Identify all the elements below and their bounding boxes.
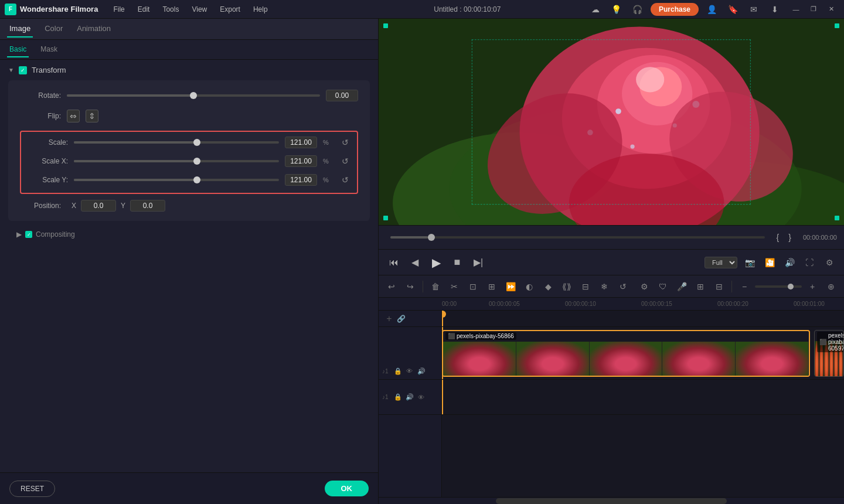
marker-button[interactable]: ◆ [540,278,556,295]
menu-export[interactable]: Export [214,3,246,16]
zoom-fit-button[interactable]: ⊕ [823,278,839,295]
mic-icon[interactable]: 🎤 [673,278,690,295]
scale-slider[interactable] [74,141,279,144]
transform-chevron[interactable]: ▼ [8,67,14,73]
stop-button[interactable]: ■ [449,254,465,271]
scrubber-thumb[interactable] [428,234,435,241]
freeze-button[interactable]: ❄ [596,278,612,295]
add-media-button[interactable]: + [383,313,395,325]
mail-icon[interactable]: ✉ [746,2,762,16]
scale-y-value[interactable]: 121.00 [285,174,317,186]
zoom-out-button[interactable]: − [736,278,753,295]
shield-icon[interactable]: 🛡 [655,278,671,295]
download-icon[interactable]: ⬇ [767,2,783,16]
color-match-button[interactable]: ◐ [521,278,537,295]
rewind-button[interactable]: ↺ [615,278,631,295]
speed-button[interactable]: ⏩ [502,278,519,295]
skip-back-button[interactable]: ⏮ [386,254,402,271]
corner-dot-tl[interactable] [383,23,388,28]
track-remove-button[interactable]: ⊟ [711,278,727,295]
zoom-slider[interactable] [755,285,802,288]
crop-button[interactable]: ⊡ [465,278,481,295]
bracket-close[interactable]: } [786,233,794,242]
snapshot-icon[interactable]: 🎦 [762,255,777,270]
ok-button[interactable]: OK [325,481,369,496]
cloud-icon[interactable]: ☁ [587,2,604,16]
reset-button[interactable]: RESET [9,481,55,497]
tab-image[interactable]: Image [7,21,33,38]
compositing-checkbox[interactable]: ✓ [25,231,32,238]
user-icon[interactable]: 👤 [703,2,720,16]
track-volume-icon[interactable]: 🔊 [417,366,426,376]
split-audio-button[interactable]: ⟪⟫ [559,278,575,295]
settings-icon[interactable]: ⚙ [822,255,837,270]
settings-icon[interactable]: ⚙ [636,278,652,295]
zoom-in-button[interactable]: + [804,278,821,295]
transform-checkbox[interactable]: ✓ [19,66,27,74]
menu-tools[interactable]: Tools [156,3,185,16]
menu-file[interactable]: File [107,3,130,16]
track-add-button[interactable]: ⊞ [692,278,709,295]
audio-eye-icon[interactable]: 👁 [417,393,426,402]
corner-dot-bl[interactable] [383,216,388,220]
flip-horizontal-button[interactable]: ⇔ [67,110,80,122]
tab-animation[interactable]: Animation [74,21,113,38]
volume-icon[interactable]: 🔊 [782,255,797,270]
time-mark-5: 00:00:01:00 [794,301,825,307]
sub-tab-mask[interactable]: Mask [38,42,60,57]
corner-dot-tr[interactable] [835,23,839,28]
flip-vertical-button[interactable]: ⇕ [86,110,98,122]
frame-back-button[interactable]: ◀ [407,254,423,271]
cut-button[interactable]: ✂ [446,278,462,295]
scrub-bar-row[interactable] [442,311,844,327]
delete-button[interactable]: 🗑 [427,278,444,295]
scale-x-slider[interactable] [74,160,279,162]
scale-x-reset-button[interactable]: ↺ [339,155,351,167]
maximize-button[interactable]: ❐ [805,2,822,16]
track-lock-icon[interactable]: 🔒 [393,366,403,376]
screenshot-icon[interactable]: 📷 [742,255,757,270]
audio-volume-icon[interactable]: 🔊 [405,393,414,402]
zoom-thumb[interactable] [788,284,794,290]
video-clip-1[interactable]: ⬛ pexels-pixabay-56866 [442,330,810,377]
purchase-button[interactable]: Purchase [651,3,699,16]
video-clip-2[interactable]: ⬛ pexels-pixabay-60597 [814,330,844,377]
quality-selector[interactable]: Full [705,257,737,268]
link-button[interactable]: 🔗 [395,313,407,325]
scale-reset-button[interactable]: ↺ [339,137,351,148]
headset-icon[interactable]: 🎧 [629,2,646,16]
rotate-value[interactable]: 0.00 [326,90,358,101]
tab-color[interactable]: Color [42,21,65,38]
position-x-input[interactable]: 0.0 [81,200,116,212]
scale-x-value[interactable]: 121.00 [285,155,317,167]
rotate-slider[interactable] [67,94,320,97]
menu-help[interactable]: Help [247,3,274,16]
lightbulb-icon[interactable]: 💡 [608,2,625,16]
bookmark-icon[interactable]: 🔖 [724,2,741,16]
playback-scrubber[interactable] [390,236,765,239]
audio-stretch-button[interactable]: ⊟ [577,278,594,295]
scale-value[interactable]: 121.00 [285,137,317,148]
undo-button[interactable]: ↩ [383,278,400,295]
scale-y-reset-button[interactable]: ↺ [339,174,351,186]
group-button[interactable]: ⊞ [484,278,500,295]
preview-canvas[interactable] [379,19,844,225]
menu-view[interactable]: View [186,3,213,16]
position-y-input[interactable]: 0.0 [130,200,165,212]
bracket-open[interactable]: { [774,233,782,242]
redo-button[interactable]: ↪ [402,278,418,295]
track-eye-icon[interactable]: 👁 [405,366,414,376]
fullscreen-icon[interactable]: ⛶ [802,255,817,270]
close-button[interactable]: ✕ [823,2,839,16]
sub-tab-basic[interactable]: Basic [7,42,29,57]
timeline-scrollbar[interactable] [379,497,844,504]
corner-dot-br[interactable] [835,216,839,220]
compositing-section[interactable]: ▶ ✓ Compositing [8,227,370,242]
audio-lock-icon[interactable]: 🔒 [393,393,403,402]
play-button[interactable]: ▶ [428,254,444,271]
scale-y-slider[interactable] [74,179,279,181]
menu-edit[interactable]: Edit [132,3,156,16]
frame-forward-button[interactable]: ▶| [470,254,486,271]
minimize-button[interactable]: — [788,2,804,16]
scrollbar-thumb[interactable] [496,498,727,504]
